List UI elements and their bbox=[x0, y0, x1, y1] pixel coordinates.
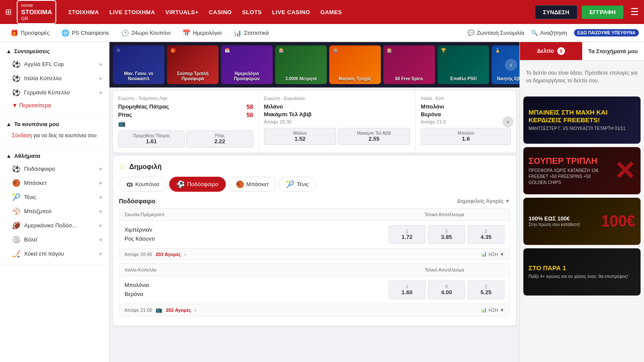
odds-x-btn-2[interactable]: X 4.00 bbox=[428, 281, 465, 299]
markets-count-1[interactable]: 203 Αγορές bbox=[155, 252, 181, 257]
chevron-up-icon: ▲ bbox=[6, 48, 12, 54]
nav-casino[interactable]: CASINO bbox=[209, 9, 232, 15]
nav-slots[interactable]: SLOTS bbox=[242, 9, 262, 15]
sidebar-item-basketball[interactable]: 🏀 Μπάσκετ ★ bbox=[0, 176, 109, 190]
sports-header[interactable]: ▲ Αθλήματα bbox=[0, 150, 109, 162]
responsible-gaming-badge[interactable]: ΕΔΩ ΠΑΙΖΟΥΜΕ ΥΠΕΥΘΥΝΑ bbox=[574, 29, 639, 36]
h2h-button-1[interactable]: 📊 H2H ▼ bbox=[481, 251, 504, 257]
promo-content-4: ΣΤΟ ΠΑΡΑ 1 Παίξε 4+ αγώνες και αν χάσεις… bbox=[523, 248, 641, 296]
odds-2-btn[interactable]: 2 4.35 bbox=[468, 225, 504, 244]
live-chat-button[interactable]: 💬 Ζωντανή Συνομιλία bbox=[468, 30, 524, 36]
odds-match3-team1[interactable]: Μπολόνι 1.6 bbox=[421, 128, 511, 145]
star-icon: ★ bbox=[98, 223, 103, 229]
live-matches-row: Ευρώπη - Τσάμπιονς Λιγκ Προμηθέας Πάτρας… bbox=[113, 91, 516, 153]
tab-basketball[interactable]: 🏀 Μπάσκετ bbox=[228, 177, 276, 192]
nav-stoixima[interactable]: ΣΤΟΙΧΗΜΑ bbox=[68, 9, 99, 15]
sidebar-item-tennis[interactable]: 🎾 Τένις ★ bbox=[0, 190, 109, 204]
chevron-down-icon: ▼ bbox=[500, 252, 504, 257]
banner-super-triple[interactable]: 🎁 Σούπερ Τριπλή Προσφορά bbox=[167, 45, 219, 84]
site-logo[interactable]: nomeSTOIXIMAGR bbox=[17, 0, 56, 24]
banner-free-spins[interactable]: 🎰 60 Free Spins bbox=[383, 45, 435, 84]
nav-live-casino[interactable]: LIVE CASINO bbox=[272, 9, 310, 15]
left-sidebar: ▲ Συντομεύσεις ⚽ Αγγλία EFL Cup ★ ⚽ Ιταλ… bbox=[0, 42, 109, 362]
search-button[interactable]: 🔍 Αναζήτηση bbox=[531, 30, 567, 36]
sec-nav-ps-champions[interactable]: 🌐 PS Champions bbox=[56, 27, 114, 39]
nav-games[interactable]: GAMES bbox=[320, 9, 342, 15]
hamburger-icon[interactable]: ☰ bbox=[630, 6, 639, 18]
promo-content-2: ΣΟΥΠΕΡ ΤΡΙΠΛΗ ΠΡΟΣΦΟΡΑ ΧΩΡΙΣ ΚΑΤΑΘΕΣΗ 10… bbox=[523, 147, 641, 194]
banner-cash[interactable]: 🎰 3.000€ Μετρητά bbox=[275, 45, 327, 84]
register-button[interactable]: ΕΓΓΡΑΦΗ bbox=[582, 6, 623, 19]
coupons-signin-prompt: Σύνδεση για να δεις τα κουπόνια σου bbox=[0, 130, 109, 143]
sec-nav-statistics[interactable]: 📊 Στατιστικά bbox=[228, 27, 274, 39]
odds-team2[interactable]: Ρίτας 2.22 bbox=[186, 130, 253, 148]
tab-football[interactable]: ⚽ Ποδόσφαιρο bbox=[169, 177, 226, 192]
signin-button[interactable]: ΣΥΝΔΕΣΗ bbox=[535, 5, 577, 19]
odds-maccabi[interactable]: Μακάμπι Τελ Αβίβ 2.55 bbox=[338, 128, 410, 145]
football-icon: ⚽ bbox=[12, 88, 21, 97]
sidebar-item-volleyball[interactable]: 🏐 Βόλεϊ ★ bbox=[0, 232, 109, 247]
chevron-up-icon: ▲ bbox=[6, 121, 12, 127]
sidebar-item-germany-cup[interactable]: ⚽ Γερμανία Κύπελλο ★ bbox=[0, 85, 109, 100]
odds-1-btn[interactable]: 1 1.72 bbox=[389, 225, 425, 244]
promo-para-1[interactable]: ΣΤΟ ΠΑΡΑ 1 Παίξε 4+ αγώνες και αν χάσεις… bbox=[523, 248, 641, 296]
sec-nav-24h-coupon[interactable]: 🕐 24ωρο Κουπόνι bbox=[116, 27, 176, 39]
more-shortcuts-link[interactable]: ▼ Περισσότερα bbox=[0, 100, 109, 111]
match-row-2-footer: Απόψε 21:00 📺 202 Αγορές › 📊 H2H ▼ bbox=[119, 304, 510, 316]
tv-small-icon: 📺 bbox=[155, 307, 162, 313]
odds-team1[interactable]: Προμηθέας Πάτρας 1.61 bbox=[118, 130, 185, 148]
chevron-up-icon: ▲ bbox=[6, 153, 12, 159]
grid-icon[interactable]: ⊞ bbox=[5, 7, 12, 17]
star-icon: ★ bbox=[98, 251, 103, 257]
sec-nav-calendar[interactable]: 📅 Ημερολόγιο bbox=[177, 27, 227, 39]
nav-live-stoixima[interactable]: LIVE ΣΤΟΙΧΗΜΑ bbox=[109, 9, 155, 15]
odds-milan[interactable]: Μιλάνο 1.52 bbox=[264, 128, 336, 145]
live-match-champions: Ευρώπη - Τσάμπιονς Λιγκ Προμηθέας Πάτρας… bbox=[113, 91, 259, 153]
banner-magic-wheel[interactable]: 🎡 Μαγικός Τροχός bbox=[329, 45, 381, 84]
match-row-2-header: Ιταλία-Κύπελλο Τελικό Αποτέλεσμα bbox=[119, 264, 510, 276]
my-bets-tab[interactable]: Τα Στοιχήματά μου bbox=[582, 43, 644, 60]
star-icon: ★ bbox=[98, 75, 103, 81]
star-icon: ★ bbox=[98, 194, 103, 200]
markets-count-2[interactable]: 202 Αγορές bbox=[166, 308, 191, 313]
match1-odds: Προμηθέας Πάτρας 1.61 Ρίτας 2.22 bbox=[118, 130, 253, 148]
odds-1-btn-2[interactable]: 1 1.60 bbox=[389, 281, 425, 299]
football-tab-icon: ⚽ bbox=[176, 180, 185, 188]
sidebar-item-ice-hockey[interactable]: 🏒 Χόκεϊ επί πάγου ★ bbox=[0, 247, 109, 261]
globe-icon: 🌐 bbox=[61, 29, 70, 37]
bar-chart-icon: 📊 bbox=[481, 251, 487, 257]
sec-nav-offers[interactable]: 🎁 Προσφορές bbox=[5, 27, 55, 39]
promo-ps-champions[interactable]: ΜΠΑΙΝΕΙΣ ΣΤΗ ΜΑΧΗ ΚΑΙ ΚΕΡΔΙΖΕΙΣ FREEBETS… bbox=[523, 97, 641, 144]
tab-tennis[interactable]: 🎾 Τένις bbox=[279, 177, 316, 192]
sidebar-item-american-football[interactable]: 🏈 Αμερικάνικο Ποδόσ... ★ bbox=[0, 218, 109, 232]
live-matches-next-button[interactable]: › bbox=[502, 116, 513, 127]
sidebar-item-efl-cup[interactable]: ⚽ Αγγλία EFL Cup ★ bbox=[0, 57, 109, 71]
chat-icon: 💬 bbox=[468, 30, 474, 36]
promo-content-1: ΜΠΑΙΝΕΙΣ ΣΤΗ ΜΑΧΗ ΚΑΙ ΚΕΡΔΙΖΕΙΣ FREEBETS… bbox=[523, 97, 641, 144]
promo-100-percent[interactable]: 100% ΕΩΣ 100€ Στην πρώτη σου κατάθεση! 1… bbox=[523, 198, 641, 245]
promo-content-3: 100% ΕΩΣ 100€ Στην πρώτη σου κατάθεση! 1… bbox=[523, 198, 641, 245]
betslip-tab[interactable]: Δελτίο 0 bbox=[520, 42, 582, 60]
banners-row: ⚙ Μαν. Γιουν. vs Νιούκαστλ 🎁 Σούπερ Τριπ… bbox=[109, 42, 519, 87]
banner-ps5[interactable]: 🏆 Έπαθλο PS5! bbox=[437, 45, 489, 84]
tab-coupons[interactable]: 🎟 Κουπόνια bbox=[119, 177, 167, 192]
odds-2-btn-2[interactable]: 2 5.25 bbox=[468, 281, 504, 299]
nav-virtuals[interactable]: VIRTUALS+ bbox=[165, 9, 198, 15]
sidebar-item-football[interactable]: ⚽ Ποδόσφαιρο ★ bbox=[0, 162, 109, 176]
betslip-badge: 0 bbox=[557, 47, 565, 55]
banners-next-button[interactable]: › bbox=[505, 59, 517, 71]
sidebar-item-italy-cup[interactable]: ⚽ Ιταλία Κύπελλο ★ bbox=[0, 71, 109, 85]
popular-markets-dropdown[interactable]: Δημοφιλείς Αγορές ▼ bbox=[457, 198, 510, 204]
my-coupons-header[interactable]: ▲ Τα κουπόνια μου bbox=[0, 118, 109, 130]
odds-x-btn[interactable]: X 3.85 bbox=[428, 225, 465, 244]
sidebar-item-baseball[interactable]: ⚾ Μπέιζμπολ ★ bbox=[0, 204, 109, 218]
banner-ps-champions[interactable]: ⚙ Μαν. Γιουν. vs Νιούκαστλ bbox=[113, 45, 164, 84]
promo-super-triple[interactable]: ΣΟΥΠΕΡ ΤΡΙΠΛΗ ΠΡΟΣΦΟΡΑ ΧΩΡΙΣ ΚΑΤΑΘΕΣΗ 10… bbox=[523, 147, 641, 194]
top-navigation: ⊞ nomeSTOIXIMAGR ΣΤΟΙΧΗΜΑ LIVE ΣΤΟΙΧΗΜΑ … bbox=[0, 0, 644, 24]
h2h-button-2[interactable]: 📊 H2H ▼ bbox=[481, 307, 504, 313]
popular-section: ☆ Δημοφιλή 🎟 Κουπόνια ⚽ Ποδόσφαιρο 🏀 Μπά… bbox=[113, 156, 516, 326]
shortcuts-header[interactable]: ▲ Συντομεύσεις bbox=[0, 45, 109, 57]
baseball-icon: ⚾ bbox=[12, 207, 21, 215]
banner-calendar[interactable]: 📅 Ημερολόγιο Προσφορών bbox=[221, 45, 273, 84]
signin-link[interactable]: Σύνδεση bbox=[12, 133, 32, 139]
